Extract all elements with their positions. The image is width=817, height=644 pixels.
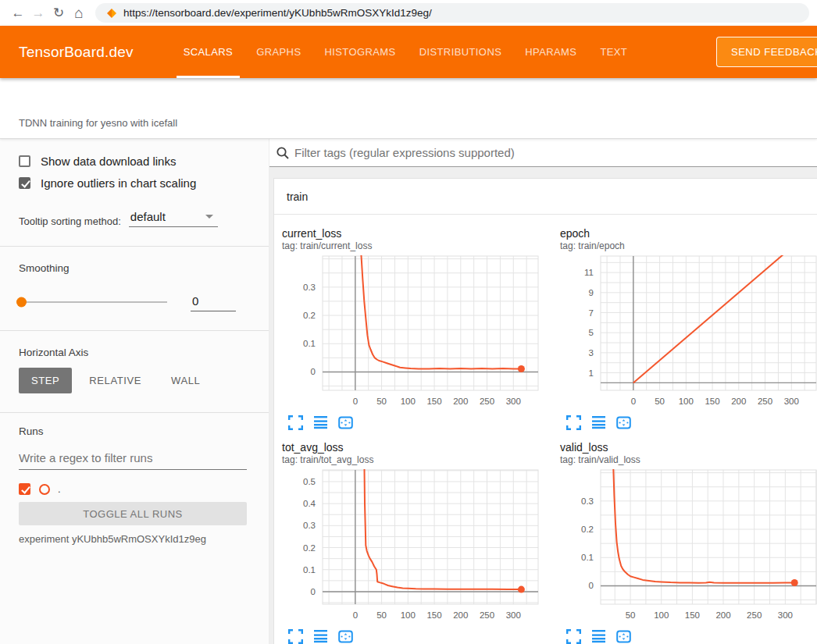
fullscreen-icon[interactable]	[566, 629, 581, 644]
smoothing-slider[interactable]	[19, 301, 167, 303]
checkbox-label: Ignore outliers in chart scaling	[41, 176, 196, 190]
fit-domain-icon[interactable]	[616, 415, 631, 430]
toggle-all-runs-button[interactable]: TOGGLE ALL RUNS	[19, 502, 247, 525]
svg-text:100: 100	[679, 397, 694, 406]
ignore-outliers-checkbox[interactable]	[19, 177, 30, 189]
run-color-swatch[interactable]	[39, 484, 50, 495]
axis-relative-button[interactable]: RELATIVE	[77, 368, 154, 393]
experiment-caption: experiment yKUbhb5wRmOSXYkId1z9eg	[19, 533, 250, 545]
tab-bar: SCALARS GRAPHS HISTOGRAMS DISTRIBUTIONS …	[172, 26, 640, 78]
tooltip-sorting-dropdown[interactable]: default	[129, 210, 218, 227]
svg-text:5: 5	[589, 328, 594, 337]
train-group-header[interactable]: train	[274, 179, 817, 215]
home-icon[interactable]: ⌂	[69, 5, 89, 22]
tag-filter-row	[269, 139, 817, 167]
ignore-outliers-checkbox-row[interactable]: Ignore outliers in chart scaling	[19, 176, 250, 190]
url-text[interactable]: https://tensorboard.dev/experiment/yKUbh…	[123, 7, 432, 19]
run-name: .	[58, 483, 61, 495]
svg-text:150: 150	[705, 397, 719, 406]
svg-text:50: 50	[655, 397, 665, 406]
smoothing-section: Smoothing	[0, 247, 269, 331]
svg-text:0: 0	[353, 397, 358, 406]
horizontal-axis-section: Horizontal Axis STEP RELATIVE WALL	[0, 331, 269, 413]
show-download-links-checkbox[interactable]	[19, 155, 30, 167]
log-scale-icon[interactable]	[313, 629, 328, 644]
chart-valid-loss: valid_loss tag: train/valid_loss 5010015…	[552, 441, 817, 644]
search-icon	[276, 146, 290, 160]
fullscreen-icon[interactable]	[288, 629, 303, 644]
send-feedback-button[interactable]: SEND FEEDBACK	[716, 37, 817, 67]
tab-text[interactable]: TEXT	[588, 26, 639, 78]
chart-title: tot_avg_loss	[282, 441, 552, 454]
chart-actions	[288, 415, 552, 430]
axis-wall-button[interactable]: WALL	[159, 368, 212, 393]
svg-text:300: 300	[506, 397, 521, 406]
svg-text:0.3: 0.3	[303, 521, 316, 530]
svg-text:0.1: 0.1	[303, 565, 316, 575]
svg-text:7: 7	[589, 308, 594, 318]
address-bar[interactable]: https://tensorboard.dev/experiment/yKUbh…	[95, 3, 809, 23]
chart-title: current_loss	[282, 227, 552, 240]
svg-text:0.1: 0.1	[581, 553, 594, 562]
smoothing-value-input[interactable]	[191, 293, 236, 311]
svg-text:200: 200	[715, 610, 730, 620]
tab-histograms[interactable]: HISTOGRAMS	[312, 26, 407, 78]
back-icon[interactable]: ←	[8, 5, 28, 21]
svg-text:300: 300	[784, 397, 799, 406]
svg-text:50: 50	[376, 610, 387, 620]
fit-domain-icon[interactable]	[338, 629, 353, 644]
tab-hparams[interactable]: HPARAMS	[513, 26, 588, 78]
svg-text:0.3: 0.3	[581, 496, 594, 506]
svg-text:1: 1	[589, 368, 594, 378]
line-chart[interactable]: 0501001502002503001357911	[552, 253, 817, 411]
svg-text:200: 200	[453, 397, 468, 406]
svg-text:250: 250	[480, 610, 494, 620]
svg-text:50: 50	[376, 397, 387, 406]
chart-tag: tag: train/epoch	[560, 240, 817, 251]
svg-text:50: 50	[626, 610, 636, 620]
chart-title: epoch	[560, 227, 817, 240]
svg-text:150: 150	[685, 610, 700, 620]
line-chart[interactable]: 05010015020025030000.10.20.30.40.5	[274, 467, 540, 624]
fit-domain-icon[interactable]	[338, 415, 353, 430]
experiment-title: TDNN training for yesno with icefall	[19, 117, 177, 129]
svg-text:9: 9	[589, 288, 594, 297]
run-row[interactable]: .	[19, 483, 250, 495]
fullscreen-icon[interactable]	[288, 415, 303, 430]
chart-epoch: epoch tag: train/epoch 05010015020025030…	[552, 227, 817, 432]
tab-graphs[interactable]: GRAPHS	[244, 26, 312, 78]
axis-step-button[interactable]: STEP	[19, 368, 72, 393]
line-chart[interactable]: 05010015020025030000.10.20.3	[274, 253, 540, 411]
tooltip-sorting-value: default	[130, 210, 166, 223]
log-scale-icon[interactable]	[313, 415, 328, 430]
svg-text:0.5: 0.5	[303, 477, 316, 486]
runs-filter-input[interactable]	[19, 448, 247, 470]
svg-text:0.1: 0.1	[303, 339, 316, 348]
smoothing-slider-thumb[interactable]	[16, 297, 27, 308]
svg-text:200: 200	[731, 397, 746, 406]
fullscreen-icon[interactable]	[566, 415, 581, 430]
show-download-links-checkbox-row[interactable]: Show data download links	[19, 155, 250, 168]
run-checkbox[interactable]	[19, 483, 30, 495]
svg-text:0: 0	[589, 581, 594, 590]
tag-filter-input[interactable]	[294, 146, 811, 159]
reload-icon[interactable]: ↻	[48, 5, 69, 21]
chart-actions	[566, 629, 817, 644]
dashboard-body: train current_loss tag: train/current_lo…	[269, 167, 817, 644]
line-chart[interactable]: 5010015020025030000.10.20.3	[552, 467, 817, 624]
log-scale-icon[interactable]	[591, 629, 606, 644]
forward-icon[interactable]: →	[28, 5, 48, 21]
svg-text:0: 0	[353, 610, 358, 620]
tab-distributions[interactable]: DISTRIBUTIONS	[408, 26, 514, 78]
experiment-subheader: TDNN training for yesno with icefall	[0, 78, 817, 139]
tooltip-sorting-label: Tooltip sorting method:	[19, 215, 121, 227]
svg-text:0.3: 0.3	[303, 283, 316, 292]
tab-scalars[interactable]: SCALARS	[172, 26, 245, 78]
main-content: train current_loss tag: train/current_lo…	[269, 139, 817, 644]
svg-text:250: 250	[758, 397, 772, 406]
chart-tag: tag: train/valid_loss	[560, 454, 817, 465]
svg-text:300: 300	[778, 610, 793, 620]
log-scale-icon[interactable]	[591, 415, 606, 430]
fit-domain-icon[interactable]	[616, 629, 631, 644]
chevron-down-icon	[205, 215, 213, 219]
